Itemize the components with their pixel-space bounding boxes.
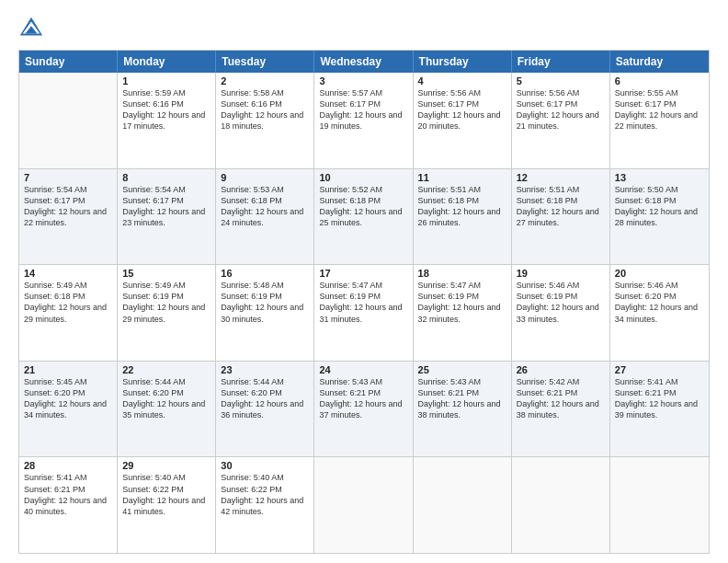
cell-info: Sunrise: 5:43 AMSunset: 6:21 PMDaylight:…	[319, 376, 407, 421]
calendar-cell: 6Sunrise: 5:55 AMSunset: 6:17 PMDaylight…	[610, 73, 709, 168]
calendar-row: 21Sunrise: 5:45 AMSunset: 6:20 PMDayligh…	[19, 361, 709, 457]
calendar-cell: 18Sunrise: 5:47 AMSunset: 6:19 PMDayligh…	[414, 265, 512, 361]
day-number: 5	[517, 75, 605, 86]
header-cell-sunday: Sunday	[19, 51, 118, 73]
cell-info: Sunrise: 5:46 AMSunset: 6:20 PMDaylight:…	[615, 280, 704, 325]
calendar-cell: 14Sunrise: 5:49 AMSunset: 6:18 PMDayligh…	[19, 265, 118, 361]
day-number: 9	[221, 172, 309, 183]
day-number: 12	[517, 172, 605, 183]
day-number: 28	[24, 460, 112, 471]
calendar-cell: 9Sunrise: 5:53 AMSunset: 6:18 PMDaylight…	[216, 169, 314, 265]
day-number: 3	[319, 75, 407, 86]
calendar-body: 1Sunrise: 5:59 AMSunset: 6:16 PMDaylight…	[19, 73, 709, 553]
day-number: 17	[319, 268, 407, 279]
calendar-cell: 5Sunrise: 5:56 AMSunset: 6:17 PMDaylight…	[512, 73, 610, 168]
cell-info: Sunrise: 5:53 AMSunset: 6:18 PMDaylight:…	[221, 184, 309, 229]
header-cell-wednesday: Wednesday	[314, 51, 413, 73]
calendar-cell: 25Sunrise: 5:43 AMSunset: 6:21 PMDayligh…	[414, 362, 512, 457]
cell-info: Sunrise: 5:49 AMSunset: 6:19 PMDaylight:…	[122, 280, 210, 325]
cell-info: Sunrise: 5:43 AMSunset: 6:21 PMDaylight:…	[418, 376, 506, 421]
header-cell-tuesday: Tuesday	[216, 51, 314, 73]
calendar-cell: 1Sunrise: 5:59 AMSunset: 6:16 PMDaylight…	[118, 73, 216, 168]
cell-info: Sunrise: 5:47 AMSunset: 6:19 PMDaylight:…	[418, 280, 506, 325]
calendar-cell: 21Sunrise: 5:45 AMSunset: 6:20 PMDayligh…	[19, 362, 118, 457]
calendar-cell	[414, 457, 512, 553]
cell-info: Sunrise: 5:45 AMSunset: 6:20 PMDaylight:…	[24, 376, 112, 421]
cell-info: Sunrise: 5:44 AMSunset: 6:20 PMDaylight:…	[122, 376, 210, 421]
cell-info: Sunrise: 5:55 AMSunset: 6:17 PMDaylight:…	[615, 87, 704, 132]
calendar-cell: 23Sunrise: 5:44 AMSunset: 6:20 PMDayligh…	[216, 362, 314, 457]
cell-info: Sunrise: 5:59 AMSunset: 6:16 PMDaylight:…	[122, 87, 210, 132]
day-number: 14	[24, 268, 112, 279]
day-number: 7	[24, 172, 112, 183]
cell-info: Sunrise: 5:51 AMSunset: 6:18 PMDaylight:…	[517, 184, 605, 229]
day-number: 25	[418, 364, 506, 375]
calendar-row: 14Sunrise: 5:49 AMSunset: 6:18 PMDayligh…	[19, 264, 709, 361]
cell-info: Sunrise: 5:46 AMSunset: 6:19 PMDaylight:…	[517, 280, 605, 325]
calendar-cell: 15Sunrise: 5:49 AMSunset: 6:19 PMDayligh…	[118, 265, 216, 361]
day-number: 26	[517, 364, 605, 375]
day-number: 15	[122, 268, 210, 279]
day-number: 22	[122, 364, 210, 375]
calendar-cell	[314, 457, 413, 553]
calendar-cell: 13Sunrise: 5:50 AMSunset: 6:18 PMDayligh…	[610, 169, 709, 265]
header-cell-friday: Friday	[512, 51, 610, 73]
calendar-cell: 20Sunrise: 5:46 AMSunset: 6:20 PMDayligh…	[610, 265, 709, 361]
header-cell-monday: Monday	[118, 51, 216, 73]
day-number: 29	[122, 460, 210, 471]
day-number: 10	[319, 172, 407, 183]
calendar-cell: 26Sunrise: 5:42 AMSunset: 6:21 PMDayligh…	[512, 362, 610, 457]
day-number: 18	[418, 268, 506, 279]
calendar-cell: 8Sunrise: 5:54 AMSunset: 6:17 PMDaylight…	[118, 169, 216, 265]
calendar-row: 28Sunrise: 5:41 AMSunset: 6:21 PMDayligh…	[19, 456, 709, 553]
calendar: SundayMondayTuesdayWednesdayThursdayFrid…	[18, 50, 710, 554]
day-number: 21	[24, 364, 112, 375]
calendar-header-row: SundayMondayTuesdayWednesdayThursdayFrid…	[19, 51, 709, 73]
cell-info: Sunrise: 5:58 AMSunset: 6:16 PMDaylight:…	[221, 87, 309, 132]
day-number: 19	[517, 268, 605, 279]
calendar-cell: 24Sunrise: 5:43 AMSunset: 6:21 PMDayligh…	[314, 362, 413, 457]
cell-info: Sunrise: 5:41 AMSunset: 6:21 PMDaylight:…	[615, 376, 704, 421]
calendar-cell: 19Sunrise: 5:46 AMSunset: 6:19 PMDayligh…	[512, 265, 610, 361]
calendar-cell: 29Sunrise: 5:40 AMSunset: 6:22 PMDayligh…	[118, 457, 216, 553]
cell-info: Sunrise: 5:56 AMSunset: 6:17 PMDaylight:…	[418, 87, 506, 132]
day-number: 30	[221, 460, 309, 471]
cell-info: Sunrise: 5:44 AMSunset: 6:20 PMDaylight:…	[221, 376, 309, 421]
day-number: 24	[319, 364, 407, 375]
calendar-cell	[19, 73, 118, 168]
cell-info: Sunrise: 5:51 AMSunset: 6:18 PMDaylight:…	[418, 184, 506, 229]
day-number: 1	[122, 75, 210, 86]
day-number: 4	[418, 75, 506, 86]
calendar-cell: 12Sunrise: 5:51 AMSunset: 6:18 PMDayligh…	[512, 169, 610, 265]
logo	[18, 15, 48, 40]
header-cell-saturday: Saturday	[610, 51, 709, 73]
header-cell-thursday: Thursday	[414, 51, 512, 73]
cell-info: Sunrise: 5:57 AMSunset: 6:17 PMDaylight:…	[319, 87, 407, 132]
cell-info: Sunrise: 5:48 AMSunset: 6:19 PMDaylight:…	[221, 280, 309, 325]
calendar-row: 1Sunrise: 5:59 AMSunset: 6:16 PMDaylight…	[19, 73, 709, 168]
logo-icon	[18, 15, 44, 40]
cell-info: Sunrise: 5:50 AMSunset: 6:18 PMDaylight:…	[615, 184, 704, 229]
day-number: 20	[615, 268, 704, 279]
calendar-cell: 7Sunrise: 5:54 AMSunset: 6:17 PMDaylight…	[19, 169, 118, 265]
calendar-cell: 10Sunrise: 5:52 AMSunset: 6:18 PMDayligh…	[314, 169, 413, 265]
day-number: 16	[221, 268, 309, 279]
day-number: 27	[615, 364, 704, 375]
cell-info: Sunrise: 5:56 AMSunset: 6:17 PMDaylight:…	[517, 87, 605, 132]
cell-info: Sunrise: 5:42 AMSunset: 6:21 PMDaylight:…	[517, 376, 605, 421]
cell-info: Sunrise: 5:40 AMSunset: 6:22 PMDaylight:…	[221, 472, 309, 517]
cell-info: Sunrise: 5:47 AMSunset: 6:19 PMDaylight:…	[319, 280, 407, 325]
cell-info: Sunrise: 5:54 AMSunset: 6:17 PMDaylight:…	[122, 184, 210, 229]
cell-info: Sunrise: 5:52 AMSunset: 6:18 PMDaylight:…	[319, 184, 407, 229]
calendar-cell: 3Sunrise: 5:57 AMSunset: 6:17 PMDaylight…	[314, 73, 413, 168]
day-number: 23	[221, 364, 309, 375]
header	[18, 15, 710, 40]
calendar-cell: 27Sunrise: 5:41 AMSunset: 6:21 PMDayligh…	[610, 362, 709, 457]
cell-info: Sunrise: 5:49 AMSunset: 6:18 PMDaylight:…	[24, 280, 112, 325]
day-number: 8	[122, 172, 210, 183]
calendar-cell: 16Sunrise: 5:48 AMSunset: 6:19 PMDayligh…	[216, 265, 314, 361]
cell-info: Sunrise: 5:54 AMSunset: 6:17 PMDaylight:…	[24, 184, 112, 229]
calendar-cell: 2Sunrise: 5:58 AMSunset: 6:16 PMDaylight…	[216, 73, 314, 168]
page: SundayMondayTuesdayWednesdayThursdayFrid…	[0, 0, 728, 563]
calendar-row: 7Sunrise: 5:54 AMSunset: 6:17 PMDaylight…	[19, 168, 709, 265]
